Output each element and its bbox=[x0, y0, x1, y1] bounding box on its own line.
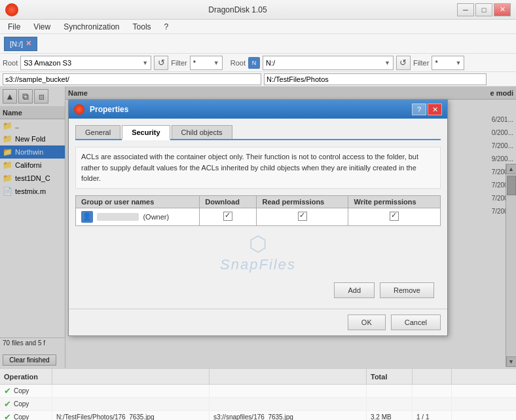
window-controls: ─ □ ✕ bbox=[457, 3, 511, 16]
op-done-icon-0: ✔ bbox=[4, 386, 11, 396]
menu-view[interactable]: View bbox=[28, 21, 56, 33]
add-button[interactable]: Add bbox=[334, 282, 375, 298]
tab-row: General Security Child objects bbox=[75, 125, 441, 140]
ops-cell-dst-0 bbox=[210, 385, 367, 397]
modal-logo-icon bbox=[74, 104, 84, 115]
s3-refresh-button[interactable]: ↺ bbox=[154, 56, 168, 70]
menu-help[interactable]: ? bbox=[159, 21, 174, 33]
menu-tools[interactable]: Tools bbox=[128, 21, 157, 33]
tab-label: [N:/] bbox=[10, 40, 23, 48]
drive-root-group: N bbox=[248, 57, 260, 69]
menu-synchronization[interactable]: Synchronization bbox=[58, 21, 124, 33]
s3-root-combo[interactable]: S3 Amazon S3 ▼ bbox=[20, 56, 151, 70]
ops-cell-op-1: ✔ Copy bbox=[0, 398, 52, 410]
watermark-area: ⬡ SnapFiles bbox=[75, 226, 441, 278]
s3-filter-combo[interactable]: * ▼ bbox=[190, 56, 223, 70]
drive-icon-label: N bbox=[252, 60, 257, 66]
s3-combo-arrow-icon: ▼ bbox=[142, 60, 148, 66]
drive-path-input[interactable] bbox=[264, 73, 487, 85]
title-bar: DragonDisk 1.05 ─ □ ✕ bbox=[0, 0, 516, 20]
modal-content: General Security Child objects ACLs are … bbox=[69, 119, 447, 309]
modal-close-button[interactable]: ✕ bbox=[428, 104, 442, 115]
user-cell: 👤 (Owner) bbox=[81, 211, 194, 223]
op-label-0: Copy bbox=[14, 387, 29, 394]
acl-cell-read bbox=[257, 208, 348, 225]
ops-cell-prog-0 bbox=[413, 385, 452, 397]
left-root-label: Root bbox=[3, 59, 18, 67]
ops-row-0: ✔ Copy bbox=[0, 385, 516, 398]
watermark-text: SnapFiles bbox=[220, 256, 296, 273]
acl-col-download: Download bbox=[200, 195, 257, 208]
modal-help-button[interactable]: ? bbox=[412, 104, 426, 115]
ops-col-size: Total bbox=[367, 369, 413, 384]
window-close-button[interactable]: ✕ bbox=[494, 3, 511, 16]
user-icon: 👤 bbox=[81, 211, 93, 223]
op-done-icon-1: ✔ bbox=[4, 399, 11, 409]
drive-icon: N bbox=[248, 57, 260, 69]
ops-cell-src-1 bbox=[52, 398, 210, 410]
acl-table: Group or user names Download Read permis… bbox=[75, 195, 441, 226]
s3-path-input[interactable] bbox=[3, 73, 261, 85]
left-filter-label: Filter bbox=[171, 59, 187, 67]
user-name-blurred bbox=[97, 213, 139, 221]
drive-filter-arrow-icon: ▼ bbox=[455, 60, 461, 66]
s3-filter-arrow-icon: ▼ bbox=[213, 60, 219, 66]
remove-button[interactable]: Remove bbox=[380, 282, 434, 298]
write-checkbox[interactable] bbox=[390, 212, 399, 221]
maximize-button[interactable]: □ bbox=[475, 3, 492, 16]
menu-file[interactable]: File bbox=[3, 21, 26, 33]
modal-footer: OK Cancel bbox=[69, 309, 447, 335]
ops-cell-prog-2: 1 / 1 bbox=[413, 411, 452, 420]
ops-cell-size-1 bbox=[367, 398, 413, 410]
tab-security[interactable]: Security bbox=[122, 125, 170, 140]
drive-refresh-button[interactable]: ↺ bbox=[396, 56, 411, 70]
s3-root-value: S3 Amazon S3 bbox=[24, 59, 71, 67]
app-logo-icon bbox=[5, 3, 18, 16]
user-role-label: (Owner) bbox=[143, 213, 169, 221]
drive-filter-combo[interactable]: * ▼ bbox=[432, 56, 464, 70]
acl-col-write: Write permissions bbox=[348, 195, 441, 208]
ops-col-operation: Operation bbox=[0, 369, 52, 384]
properties-dialog: Properties ? ✕ General Security Child ob… bbox=[68, 100, 448, 336]
acl-description: ACLs are associated with the container o… bbox=[75, 147, 441, 189]
tab-general[interactable]: General bbox=[75, 125, 120, 139]
acl-cell-name: 👤 (Owner) bbox=[76, 208, 200, 225]
ops-cell-dst-1 bbox=[210, 398, 367, 410]
tab-n-drive[interactable]: [N:/] ✕ bbox=[4, 37, 37, 51]
op-label-1: Copy bbox=[14, 400, 29, 408]
ops-header: Operation Total bbox=[0, 369, 516, 385]
ops-cell-prog-1 bbox=[413, 398, 452, 410]
toolbar: [N:/] ✕ bbox=[0, 34, 516, 54]
modal-title-controls: ? ✕ bbox=[412, 104, 442, 115]
modal-title-bar: Properties ? ✕ bbox=[69, 100, 447, 119]
read-checkbox[interactable] bbox=[298, 212, 307, 221]
ops-col-destination bbox=[210, 369, 367, 384]
op-done-icon-2: ✔ bbox=[4, 412, 11, 420]
ops-cell-src-0 bbox=[52, 385, 210, 397]
watermark-icon: ⬡ bbox=[249, 231, 267, 256]
ops-col-progress bbox=[413, 369, 452, 384]
tab-close-icon[interactable]: ✕ bbox=[26, 39, 31, 48]
right-root-label: Root bbox=[230, 59, 246, 67]
cancel-button[interactable]: Cancel bbox=[391, 315, 441, 330]
drive-root-value: N:/ bbox=[266, 59, 275, 67]
right-filter-label: Filter bbox=[413, 59, 429, 67]
ops-cell-op-0: ✔ Copy bbox=[0, 385, 52, 397]
acl-cell-write bbox=[348, 208, 441, 225]
ops-row-1: ✔ Copy bbox=[0, 398, 516, 411]
modal-title-text: Properties bbox=[90, 105, 128, 114]
ops-cell-size-0 bbox=[367, 385, 413, 397]
app-title: DragonDisk 1.05 bbox=[18, 5, 457, 14]
drive-root-combo[interactable]: N:/ ▼ bbox=[263, 56, 394, 70]
download-checkbox[interactable] bbox=[223, 212, 232, 221]
modal-overlay: Properties ? ✕ General Security Child ob… bbox=[0, 86, 516, 368]
tab-child-objects[interactable]: Child objects bbox=[172, 125, 232, 139]
path-row bbox=[0, 72, 516, 86]
acl-cell-download bbox=[200, 208, 257, 225]
minimize-button[interactable]: ─ bbox=[457, 3, 474, 16]
acl-col-name: Group or user names bbox=[76, 195, 200, 208]
ok-button[interactable]: OK bbox=[348, 315, 386, 330]
drive-combo-arrow-icon: ▼ bbox=[384, 60, 390, 66]
acl-row-owner: 👤 (Owner) bbox=[76, 208, 441, 225]
ops-cell-op-2: ✔ Copy bbox=[0, 411, 52, 420]
